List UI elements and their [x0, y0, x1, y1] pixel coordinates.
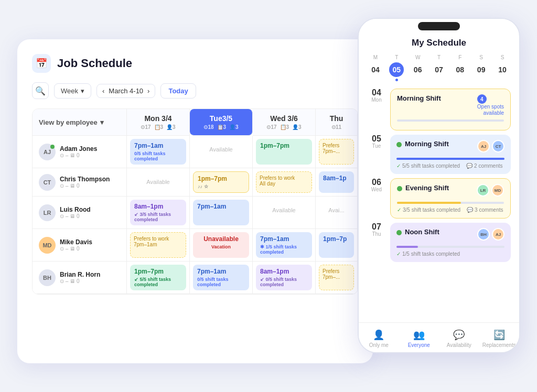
week-day-mon[interactable]: M 04 [367, 55, 384, 81]
check-icon: ✓ [396, 163, 401, 169]
chris-tue[interactable]: 1pm–7pm ♪♪ ☆ [190, 168, 253, 197]
nav-availability[interactable]: 💬 Availability [439, 327, 479, 350]
shift-card-header: Morning Shift AJ CT [396, 140, 504, 155]
week-day-thu[interactable]: T 07 [431, 55, 447, 81]
nav-everyone[interactable]: 👥 Everyone [399, 327, 439, 350]
date-num: 04 [367, 89, 386, 97]
schedule-section-05: 05 Tue Morning Shift AJ CT [367, 135, 511, 178]
brian-mon[interactable]: 1pm–7pm ↙ 5/5 shift tasks completed [127, 262, 190, 294]
adam-tue[interactable]: Available [190, 136, 253, 168]
luis-tue[interactable]: 7pm–1am [190, 197, 253, 229]
shift-sub: ↙ 5/5 shift tasks completed [134, 277, 182, 287]
day-num: 05 [389, 62, 404, 77]
date-badge-05: 05 Tue [367, 135, 386, 149]
shift-title: Noon Shift [405, 228, 439, 236]
mike-mon[interactable]: Prefers to work7pm–1am [127, 229, 190, 262]
mike-tue[interactable]: Unavailable Vacation [190, 229, 253, 262]
shift-time: 7pm–1am [134, 142, 182, 149]
adam-mon[interactable]: 7pm–1am 0/5 shift tasks completed [127, 136, 190, 168]
shift-avatars: BH AJ [477, 228, 504, 241]
emp-name-adam: Adam Jones [60, 145, 97, 153]
date-day: Mon [367, 97, 386, 103]
notch-inner [418, 22, 460, 30]
shift-meta: ✓ 1/5 shift tasks completed [396, 251, 504, 257]
shift-sub: 0/5 shift tasks completed [134, 151, 182, 161]
adam-thu[interactable]: Prefers7pm–... [316, 136, 358, 168]
open-spots-text: Open spotsavailable [477, 104, 504, 116]
week-day-fri[interactable]: F 08 [452, 55, 468, 81]
nav-next-icon[interactable]: › [147, 87, 149, 95]
luis-wed[interactable]: Available [253, 197, 316, 229]
brian-tue[interactable]: 7pm–1am 0/5 shift tasks completed [190, 262, 253, 294]
only-me-icon: 👤 [373, 329, 384, 341]
shift-sub: ✱ 1/5 shift tasks completed [260, 244, 308, 255]
week-day-tue[interactable]: T 05 [388, 55, 405, 81]
scene: 📅 Job Schedule 🔍 Week ▾ ‹ March 4-10 › T… [17, 18, 520, 374]
nav-everyone-label: Everyone [408, 342, 430, 348]
shift-card-07-noon[interactable]: Noon Shift BH AJ ✓ 1/5 shift tasks compl… [390, 223, 511, 262]
comments-text: 3 comments [475, 207, 503, 213]
date-badge-04: 04 Mon [367, 89, 386, 103]
mike-thu[interactable]: 1pm–7p [316, 229, 358, 262]
emp-name-mike: Mike Davis [60, 238, 92, 246]
week-day-sat[interactable]: S 09 [473, 55, 490, 81]
progress-bar [397, 202, 504, 204]
emp-name-brian: Brian R. Horn [60, 271, 100, 278]
chris-mon[interactable]: Available [127, 168, 190, 197]
check-icon: ✓ [397, 207, 401, 213]
week-day-wed[interactable]: W 06 [410, 55, 426, 81]
available-label: Available [130, 171, 186, 193]
shift-time: 7pm–1am [260, 235, 308, 243]
thu-day: Thu [320, 114, 353, 123]
day-num: 06 [411, 62, 425, 77]
date-range-nav[interactable]: ‹ March 4-10 › [96, 84, 155, 98]
avatar-mike: MD [39, 237, 56, 254]
progress-bar [397, 119, 504, 122]
day-num: 07 [432, 62, 446, 77]
available-label: Available [193, 139, 249, 165]
luis-thu[interactable]: Avai... [316, 197, 358, 229]
shift-card-06-evening[interactable]: Evening Shift LR MD ✓ 3/5 shift tasks co… [390, 178, 511, 219]
shift-sub: ↙ 3/5 shift tasks completed [134, 212, 182, 222]
week-day-sun[interactable]: S 10 [494, 55, 511, 81]
shift-time: 7pm–1am [197, 268, 245, 275]
chris-thu[interactable]: 8am–1p [316, 168, 358, 197]
tablet-header: 📅 Job Schedule [32, 54, 358, 73]
shift-time: 8am–1p [323, 175, 350, 182]
brian-thu[interactable]: Prefers7pm–... [316, 262, 358, 294]
adam-wed[interactable]: 1pm–7pm [253, 136, 316, 168]
progress-fill [396, 246, 418, 248]
nav-replacements[interactable]: 🔄 Replacements [479, 327, 520, 350]
day-letter: S [501, 55, 504, 60]
brian-wed[interactable]: 8am–1pm ↙ 0/5 shift tasks completed [253, 262, 316, 294]
emp-name-chris: Chris Thompson [60, 176, 110, 183]
employee-mike: MD Mike Davis ⊙ – 🖥 0 [33, 229, 127, 262]
comment-icon: 💬 [467, 207, 473, 213]
tue-day: Tue3/5 [194, 114, 248, 123]
shift-time: 7pm–1am [197, 203, 245, 210]
day-num: 04 [368, 62, 383, 77]
avatar-luis: LR [39, 204, 56, 221]
view-by-header[interactable]: View by employee ▾ [33, 109, 127, 136]
view-by-label: View by employee [39, 118, 98, 126]
shift-title: Morning Shift [397, 94, 441, 102]
shift-card-04-morning[interactable]: Morning Shift 4 Open spotsavailable [390, 89, 511, 130]
chris-wed[interactable]: Prefers to workAll day [253, 168, 316, 197]
week-selector[interactable]: Week ▾ [54, 83, 91, 99]
day-letter: S [479, 55, 483, 60]
tasks-text: 3/5 shift tasks completed [403, 207, 460, 213]
avatar-brian: BH [39, 269, 56, 286]
nav-only-me[interactable]: 👤 Only me [359, 327, 399, 350]
comments-text: 2 comments [474, 163, 502, 169]
employee-brian: BH Brian R. Horn ⊙ – 🖥 0 [33, 262, 127, 294]
mike-wed[interactable]: 7pm–1am ✱ 1/5 shift tasks completed [253, 229, 316, 262]
mon-day: Mon 3/4 [131, 114, 185, 123]
nav-prev-icon[interactable]: ‹ [102, 87, 104, 95]
shift-card-05-morning[interactable]: Morning Shift AJ CT ✓ 5/5 shift tasks co… [390, 135, 511, 174]
luis-mon[interactable]: 8am–1pm ↙ 3/5 shift tasks completed [127, 197, 190, 229]
shift-card-header: Noon Shift BH AJ [396, 228, 504, 243]
replacements-icon: 🔄 [493, 329, 505, 341]
search-button[interactable]: 🔍 [32, 82, 49, 99]
today-button[interactable]: Today [160, 83, 196, 99]
col-header-thu: Thu ⊙11 [316, 109, 358, 136]
